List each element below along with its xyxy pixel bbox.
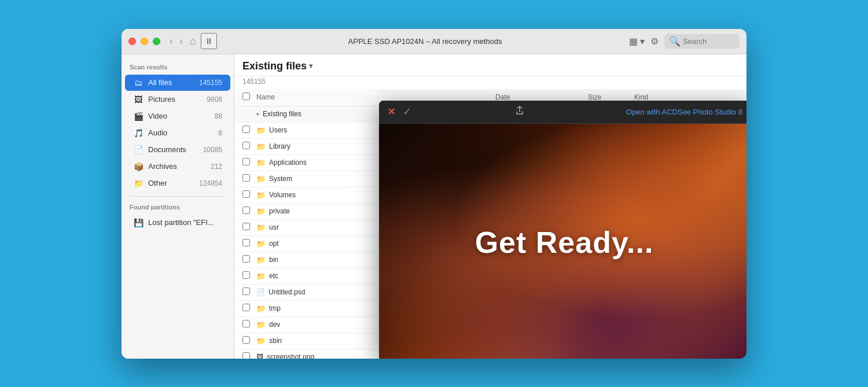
content-subheader: 145155 — [234, 76, 746, 89]
sidebar-divider — [130, 196, 226, 197]
preview-image-area: Get Ready... — [379, 124, 746, 359]
sidebar-item-label: Documents — [148, 145, 198, 154]
folder-icon: 📁 — [256, 159, 266, 167]
sidebar-item-audio[interactable]: 🎵 Audio 8 — [125, 125, 230, 141]
sidebar-item-video[interactable]: 🎬 Video 88 — [125, 108, 230, 124]
expand-icon[interactable]: ▾ — [256, 111, 259, 117]
png-icon: 🖼 — [256, 353, 263, 359]
sidebar-item-count: 9808 — [207, 95, 222, 104]
row-checkbox[interactable] — [242, 158, 250, 165]
pause-button[interactable]: ⏸ — [201, 33, 217, 49]
folder-icon: 📁 — [256, 256, 266, 264]
row-checkbox[interactable] — [242, 320, 250, 327]
other-icon: 📁 — [133, 178, 144, 189]
sidebar-item-label: Pictures — [148, 95, 202, 104]
col-kind-header: Kind — [634, 93, 738, 101]
folder-icon: 📁 — [256, 239, 266, 248]
home-button[interactable]: ⌂ — [190, 35, 196, 47]
video-icon: 🎬 — [133, 111, 144, 121]
folder-icon: 📁 — [256, 126, 266, 135]
preview-overlay: ✕ ✓ Open with ACDSee Photo Studio 8 Get … — [379, 101, 746, 359]
traffic-lights — [128, 38, 160, 45]
psd-icon: 📄 — [256, 288, 265, 296]
row-checkbox[interactable] — [242, 190, 250, 198]
maximize-button[interactable] — [153, 38, 160, 45]
preview-save-button[interactable]: ✓ — [402, 105, 413, 118]
folder-icon: 📁 — [256, 272, 266, 281]
row-checkbox[interactable] — [242, 126, 250, 133]
filter-button[interactable]: ⚙ — [650, 36, 659, 47]
preview-close-button[interactable]: ✕ — [386, 105, 397, 118]
row-checkbox[interactable] — [242, 255, 250, 263]
select-all-checkbox[interactable] — [242, 93, 250, 100]
preview-open-button[interactable]: Open with ACDSee Photo Studio 8 — [626, 108, 742, 116]
sidebar-item-label: Video — [148, 112, 210, 120]
sidebar-item-count: 10085 — [203, 146, 222, 154]
table-container: Name Date Size Kind ▾ Existing files — [234, 89, 746, 359]
folder-icon: 📁 — [256, 191, 266, 200]
col-size-header: Size — [588, 93, 634, 101]
forward-button[interactable]: › — [177, 35, 185, 47]
sidebar-item-count: 212 — [211, 163, 222, 171]
sidebar-item-archives[interactable]: 📦 Archives 212 — [125, 159, 230, 175]
search-icon: 🔍 — [669, 36, 681, 47]
folder-icon: 📁 — [256, 142, 266, 151]
sidebar-item-count: 88 — [215, 112, 222, 120]
view-button[interactable]: ▦ ▾ — [629, 36, 645, 47]
row-checkbox[interactable] — [242, 336, 250, 344]
all-files-icon: 🗂 — [133, 78, 144, 88]
col-name-header: Name — [256, 93, 495, 101]
sidebar-item-pictures[interactable]: 🖼 Pictures 9808 — [125, 91, 230, 108]
documents-icon: 📄 — [133, 145, 144, 155]
row-checkbox[interactable] — [242, 223, 250, 230]
sidebar-item-label: All files — [148, 78, 194, 87]
content-area: Existing files ▾ 145155 Name Date Size K… — [234, 54, 746, 359]
folder-icon: 📁 — [256, 304, 266, 313]
sidebar: Scan results 🗂 All files 145155 🖼 Pictur… — [122, 54, 234, 359]
sidebar-item-all-files[interactable]: 🗂 All files 145155 — [125, 75, 230, 91]
titlebar-right: ▦ ▾ ⚙ 🔍 — [629, 34, 740, 49]
audio-icon: 🎵 — [133, 128, 144, 138]
pictures-icon: 🖼 — [133, 94, 144, 105]
archives-icon: 📦 — [133, 161, 144, 172]
sidebar-item-other[interactable]: 📁 Other 124954 — [125, 175, 230, 191]
minimize-button[interactable] — [141, 38, 148, 45]
sidebar-item-label: Lost partition "EFI... — [148, 218, 222, 227]
search-input[interactable] — [683, 37, 735, 46]
row-checkbox[interactable] — [242, 288, 250, 295]
row-checkbox[interactable] — [242, 239, 250, 246]
col-date-header: Date — [495, 93, 588, 101]
sidebar-item-count: 124954 — [199, 179, 222, 187]
folder-icon: 📁 — [256, 207, 266, 216]
row-checkbox[interactable] — [242, 271, 250, 279]
row-checkbox[interactable] — [242, 207, 250, 214]
content-header: Existing files ▾ — [234, 54, 746, 76]
scan-results-title: Scan results — [122, 61, 234, 74]
sidebar-item-lost-partition[interactable]: 💾 Lost partition "EFI... — [125, 215, 230, 231]
row-checkbox[interactable] — [242, 174, 250, 182]
close-button[interactable] — [128, 38, 136, 45]
row-checkbox[interactable] — [242, 352, 250, 359]
nav-buttons: ‹ › — [167, 35, 185, 47]
partition-icon: 💾 — [133, 218, 144, 228]
sidebar-item-count: 145155 — [199, 79, 222, 87]
total-count: 145155 — [242, 78, 266, 86]
files-dropdown[interactable]: Existing files ▾ — [242, 60, 312, 72]
row-checkbox[interactable] — [242, 142, 250, 149]
window-title: APPLE SSD AP1024N – All recovery methods — [222, 37, 629, 46]
found-partitions-title: Found partitions — [122, 201, 234, 214]
back-button[interactable]: ‹ — [167, 35, 175, 47]
preview-share-button[interactable] — [515, 106, 524, 117]
preview-toolbar: ✕ ✓ Open with ACDSee Photo Studio 8 — [379, 101, 746, 124]
row-checkbox[interactable] — [242, 304, 250, 311]
preview-text: Get Ready... — [475, 225, 654, 260]
folder-icon: 📁 — [256, 337, 266, 345]
sidebar-item-label: Audio — [148, 128, 214, 137]
folder-icon: 📁 — [256, 320, 266, 329]
sidebar-item-documents[interactable]: 📄 Documents 10085 — [125, 142, 230, 158]
sidebar-item-label: Archives — [148, 162, 206, 171]
titlebar: ‹ › ⌂ ⏸ APPLE SSD AP1024N – All recovery… — [122, 29, 746, 54]
folder-icon: 📁 — [256, 223, 266, 232]
folder-icon: 📁 — [256, 175, 266, 183]
main-content: Scan results 🗂 All files 145155 🖼 Pictur… — [122, 54, 746, 359]
